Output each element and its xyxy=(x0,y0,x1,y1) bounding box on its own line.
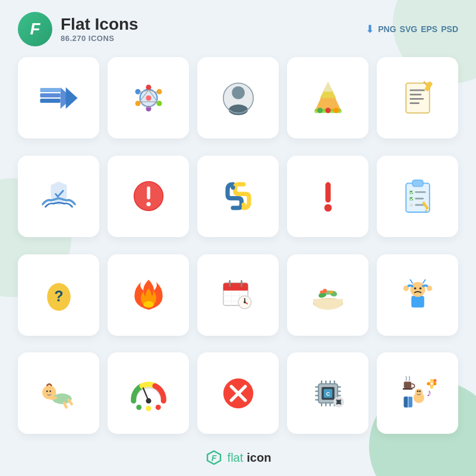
svg-point-11 xyxy=(156,89,162,94)
format-png[interactable]: PNG xyxy=(378,24,396,34)
footer-logo-mark: F xyxy=(205,449,223,466)
svg-rect-81 xyxy=(411,296,424,308)
svg-line-87 xyxy=(423,280,425,283)
svg-rect-138 xyxy=(404,382,411,388)
svg-point-46 xyxy=(324,204,332,212)
svg-point-44 xyxy=(241,203,245,207)
svg-rect-45 xyxy=(325,182,330,203)
header-left: F Flat Icons 86.270 ICONS xyxy=(18,12,138,46)
svg-marker-27 xyxy=(323,82,332,92)
icon-card-question-egg[interactable]: ? xyxy=(18,254,99,336)
icon-card-user-profile[interactable] xyxy=(197,57,279,138)
svg-rect-48 xyxy=(412,180,423,187)
format-tags: PNG SVG EPS PSD xyxy=(378,24,458,34)
icon-card-baby-crawl[interactable] xyxy=(18,352,99,434)
svg-point-59 xyxy=(143,301,154,308)
icon-card-error-close[interactable] xyxy=(197,352,279,434)
svg-text:F: F xyxy=(211,453,216,463)
format-eps[interactable]: EPS xyxy=(421,24,437,34)
icon-card-handshake-shield[interactable] xyxy=(18,156,99,237)
svg-point-31 xyxy=(333,108,339,113)
svg-line-93 xyxy=(51,398,55,399)
svg-rect-135 xyxy=(404,396,408,407)
svg-point-82 xyxy=(410,282,425,297)
format-psd[interactable]: PSD xyxy=(441,24,458,34)
svg-point-22 xyxy=(232,86,245,99)
format-svg[interactable]: SVG xyxy=(400,24,418,34)
svg-rect-34 xyxy=(409,93,421,95)
svg-rect-127 xyxy=(337,404,340,406)
icon-card-calendar-clock[interactable] xyxy=(197,254,279,336)
svg-line-88 xyxy=(410,280,412,283)
svg-rect-139 xyxy=(402,388,412,390)
svg-point-86 xyxy=(427,286,432,291)
icon-card-forward-arrows[interactable] xyxy=(18,57,99,138)
svg-rect-128 xyxy=(334,400,336,403)
svg-point-79 xyxy=(329,291,332,294)
logo-circle: F xyxy=(18,12,52,46)
svg-text:♪: ♪ xyxy=(426,387,431,399)
svg-rect-53 xyxy=(415,198,423,200)
svg-point-132 xyxy=(417,390,418,392)
svg-point-142 xyxy=(430,379,433,382)
icon-card-fire[interactable] xyxy=(108,254,189,336)
svg-point-91 xyxy=(49,390,51,392)
icon-card-task-checklist[interactable] xyxy=(377,156,458,237)
svg-rect-0 xyxy=(40,93,60,97)
icon-grid: ? xyxy=(18,57,458,443)
icon-card-error-warning[interactable] xyxy=(108,156,189,237)
icon-card-python-logo[interactable] xyxy=(197,156,279,237)
svg-point-97 xyxy=(146,398,151,404)
svg-point-146 xyxy=(430,382,433,385)
svg-rect-33 xyxy=(409,89,424,91)
svg-rect-1 xyxy=(40,87,60,92)
svg-point-73 xyxy=(244,301,246,304)
svg-point-7 xyxy=(146,84,151,90)
svg-rect-2 xyxy=(40,98,60,102)
svg-rect-51 xyxy=(409,204,412,207)
svg-point-144 xyxy=(433,382,436,385)
svg-point-143 xyxy=(433,379,436,382)
icon-card-network-globe[interactable] xyxy=(108,57,189,138)
icon-count: 86.270 ICONS xyxy=(61,34,138,43)
svg-marker-4 xyxy=(65,87,77,109)
icon-card-cpu-gear[interactable]: C xyxy=(287,352,368,434)
svg-text:C: C xyxy=(326,390,330,396)
svg-rect-36 xyxy=(409,102,419,104)
svg-point-43 xyxy=(231,185,235,190)
svg-point-84 xyxy=(419,287,421,289)
svg-point-42 xyxy=(146,202,150,206)
svg-rect-41 xyxy=(147,187,150,200)
svg-point-85 xyxy=(403,286,408,291)
icon-card-speedometer[interactable] xyxy=(108,352,189,434)
icon-card-food-pyramid[interactable] xyxy=(287,57,368,138)
svg-rect-62 xyxy=(223,287,247,290)
svg-line-95 xyxy=(64,403,67,407)
svg-point-100 xyxy=(155,405,160,410)
icon-card-exclamation[interactable] xyxy=(287,156,368,237)
svg-point-80 xyxy=(320,291,323,294)
svg-rect-126 xyxy=(337,398,340,400)
svg-line-94 xyxy=(68,400,71,404)
icon-card-hobby-activities[interactable]: ♪ xyxy=(377,352,458,434)
footer-brand-name: flaticon xyxy=(228,451,272,465)
download-icon: ⬇ xyxy=(365,23,374,36)
svg-point-145 xyxy=(430,385,433,388)
header-text: Flat Icons 86.270 ICONS xyxy=(61,15,138,43)
svg-rect-35 xyxy=(409,98,423,100)
svg-rect-129 xyxy=(341,400,343,403)
svg-point-78 xyxy=(323,289,327,293)
svg-text:?: ? xyxy=(54,288,63,304)
svg-point-30 xyxy=(325,108,330,113)
svg-point-99 xyxy=(146,405,151,411)
icon-card-salad-bowl[interactable] xyxy=(287,254,368,336)
header: F Flat Icons 86.270 ICONS ⬇ PNG SVG EPS … xyxy=(18,12,458,46)
icon-card-document-checklist[interactable] xyxy=(377,57,458,138)
page-wrapper: F Flat Icons 86.270 ICONS ⬇ PNG SVG EPS … xyxy=(0,0,476,476)
svg-point-98 xyxy=(136,405,141,410)
svg-rect-52 xyxy=(415,191,425,193)
header-right: ⬇ PNG SVG EPS PSD xyxy=(365,23,458,36)
icon-card-stressed-person[interactable] xyxy=(377,254,458,336)
svg-point-90 xyxy=(46,390,48,392)
svg-point-29 xyxy=(317,108,323,113)
